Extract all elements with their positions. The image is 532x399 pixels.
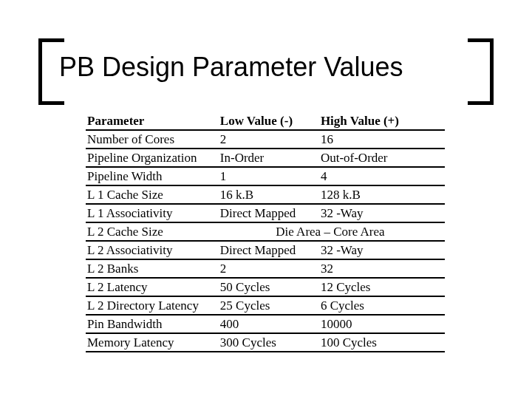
cell-low: 25 Cycles	[219, 296, 319, 315]
cell-parameter: L 2 Associativity	[86, 241, 219, 259]
page-title: PB Design Parameter Values	[59, 53, 473, 81]
cell-parameter: Pin Bandwidth	[86, 315, 219, 333]
cell-low: Direct Mapped	[219, 204, 319, 222]
col-low-value: Low Value (-)	[219, 112, 319, 130]
table-row: Pipeline OrganizationIn-OrderOut-of-Orde…	[86, 149, 445, 167]
col-high-value: High Value (+)	[319, 112, 445, 130]
cell-high: 128 k.B	[319, 185, 445, 204]
cell-low: 300 Cycles	[219, 333, 319, 352]
cell-parameter: Memory Latency	[86, 333, 219, 352]
table-row: L 2 Latency50 Cycles12 Cycles	[86, 278, 445, 296]
cell-high: 12 Cycles	[319, 278, 445, 296]
cell-parameter: L 2 Banks	[86, 259, 219, 278]
cell-low: 2	[219, 130, 319, 149]
cell-high: Out-of-Order	[319, 149, 445, 167]
cell-low: In-Order	[219, 149, 319, 167]
cell-parameter: Number of Cores	[86, 130, 219, 149]
table-row: Memory Latency300 Cycles100 Cycles	[86, 333, 445, 352]
cell-low: 400	[219, 315, 319, 333]
table-row: L 1 AssociativityDirect Mapped32 -Way	[86, 204, 445, 222]
table-header-row: Parameter Low Value (-) High Value (+)	[86, 112, 445, 130]
cell-high: 6 Cycles	[319, 296, 445, 315]
table-row: L 2 Directory Latency25 Cycles6 Cycles	[86, 296, 445, 315]
table-row: Pipeline Width14	[86, 167, 445, 185]
cell-high: 16	[319, 130, 445, 149]
cell-parameter: L 1 Associativity	[86, 204, 219, 222]
table-row: L 1 Cache Size16 k.B128 k.B	[86, 185, 445, 204]
table-row: Pin Bandwidth40010000	[86, 315, 445, 333]
cell-low: 50 Cycles	[219, 278, 319, 296]
cell-parameter: L 2 Directory Latency	[86, 296, 219, 315]
cell-high: 32 -Way	[319, 241, 445, 259]
cell-low: 16 k.B	[219, 185, 319, 204]
cell-low: Direct Mapped	[219, 241, 319, 259]
cell-span: Die Area – Core Area	[219, 222, 445, 241]
cell-high: 4	[319, 167, 445, 185]
table-row: L 2 Cache SizeDie Area – Core Area	[86, 222, 445, 241]
cell-parameter: Pipeline Width	[86, 167, 219, 185]
table-row: L 2 AssociativityDirect Mapped32 -Way	[86, 241, 445, 259]
cell-low: 2	[219, 259, 319, 278]
cell-high: 32 -Way	[319, 204, 445, 222]
cell-parameter: L 2 Cache Size	[86, 222, 219, 241]
cell-parameter: L 2 Latency	[86, 278, 219, 296]
cell-high: 100 Cycles	[319, 333, 445, 352]
cell-parameter: L 1 Cache Size	[86, 185, 219, 204]
cell-parameter: Pipeline Organization	[86, 149, 219, 167]
table-row: L 2 Banks232	[86, 259, 445, 278]
parameter-table-wrap: Parameter Low Value (-) High Value (+) N…	[86, 112, 445, 352]
cell-high: 10000	[319, 315, 445, 333]
cell-high: 32	[319, 259, 445, 278]
cell-low: 1	[219, 167, 319, 185]
col-parameter: Parameter	[86, 112, 219, 130]
table-row: Number of Cores216	[86, 130, 445, 149]
parameter-table: Parameter Low Value (-) High Value (+) N…	[86, 112, 445, 352]
